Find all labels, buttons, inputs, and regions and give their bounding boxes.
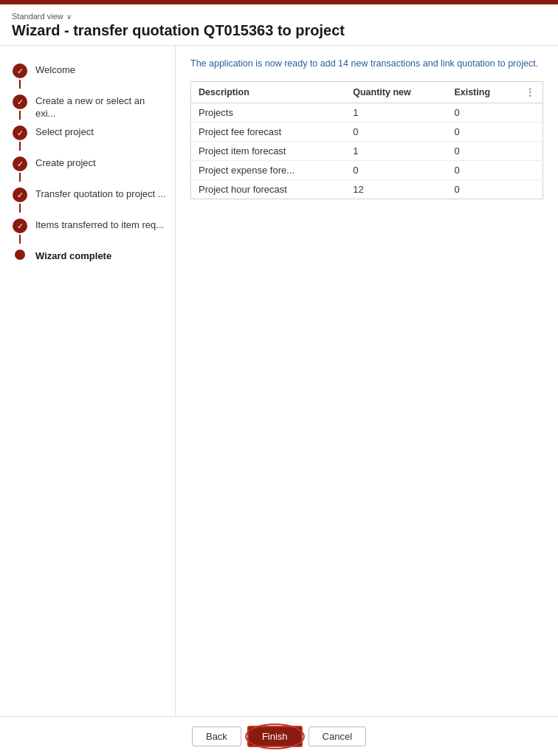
cancel-button[interactable]: Cancel [309, 726, 366, 746]
cell-existing: 0 [447, 160, 517, 179]
step-circle-items-transferred: ✓ [13, 219, 27, 233]
step-circle-transfer-quotation: ✓ [13, 188, 27, 202]
table-options-icon[interactable]: ⋮ [525, 86, 535, 98]
cell-quantity-new: 0 [345, 160, 447, 179]
step-label-create-project: Create project [28, 155, 96, 170]
col-header-existing: Existing [447, 81, 517, 103]
step-line-5 [19, 204, 21, 213]
step-line-4 [19, 173, 21, 182]
table-row: Project expense fore... 0 0 [191, 160, 543, 179]
col-header-options: ⋮ [517, 81, 543, 103]
sidebar-item-transfer-quotation[interactable]: ✓ Transfer quotation to project ... [0, 185, 175, 216]
cell-quantity-new: 0 [345, 122, 447, 141]
step-label-welcome: Welcome [28, 62, 75, 77]
transactions-table: Description Quantity new Existing ⋮ Proj… [190, 81, 543, 199]
table-row: Project fee forecast 0 0 [191, 122, 543, 141]
step-circle-create-or-select: ✓ [13, 94, 27, 109]
step-line-6 [19, 235, 21, 244]
header-section: Standard view ∨ Wizard - transfer quotat… [0, 4, 558, 46]
standard-view-button[interactable]: Standard view ∨ [12, 12, 546, 21]
step-label-wizard-complete: Wizard complete [28, 248, 111, 263]
cell-quantity-new: 1 [345, 141, 447, 160]
cell-existing: 0 [447, 103, 517, 122]
sidebar-item-items-transferred[interactable]: ✓ Items transferred to item req... [0, 216, 175, 247]
sidebar-item-create-project[interactable]: ✓ Create project [0, 154, 175, 185]
sidebar-item-welcome[interactable]: ✓ Welcome [0, 61, 175, 92]
sidebar-item-select-project[interactable]: ✓ Select project [0, 123, 175, 154]
sidebar-item-wizard-complete[interactable]: Wizard complete [0, 247, 175, 270]
table-row: Projects 1 0 [191, 103, 543, 122]
col-header-quantity-new: Quantity new [345, 81, 447, 103]
step-circle-select-project: ✓ [13, 126, 27, 140]
step-label-items-transferred: Items transferred to item req... [28, 217, 164, 232]
info-message: The application is now ready to add 14 n… [190, 58, 543, 71]
cell-options [517, 122, 543, 141]
table-header-row: Description Quantity new Existing ⋮ [191, 81, 543, 103]
cell-description: Project fee forecast [191, 122, 346, 141]
cell-quantity-new: 12 [345, 179, 447, 199]
step-label-select-project: Select project [28, 124, 94, 139]
sidebar-item-create-or-select[interactable]: ✓ Create a new or select an exi... [0, 92, 175, 123]
step-line-2 [19, 111, 21, 120]
back-button[interactable]: Back [192, 726, 241, 746]
footer-section: Back Finish Cancel [0, 716, 558, 756]
cell-quantity-new: 1 [345, 103, 447, 122]
sidebar: ✓ Welcome ✓ Create a new or select an ex… [0, 46, 176, 716]
cell-description: Project hour forecast [191, 179, 346, 199]
cell-existing: 0 [447, 179, 517, 199]
page-container: Standard view ∨ Wizard - transfer quotat… [0, 4, 558, 756]
table-row: Project item forecast 1 0 [191, 141, 543, 160]
cell-options [517, 160, 543, 179]
step-line-1 [19, 80, 21, 89]
step-label-create-or-select: Create a new or select an exi... [28, 93, 166, 120]
cell-existing: 0 [447, 141, 517, 160]
step-circle-wizard-complete [15, 250, 25, 260]
cell-options [517, 103, 543, 122]
finish-button[interactable]: Finish [247, 726, 303, 747]
step-circle-create-project: ✓ [13, 157, 27, 171]
step-circle-welcome: ✓ [13, 63, 27, 78]
cell-existing: 0 [447, 122, 517, 141]
standard-view-label: Standard view [12, 12, 63, 21]
cell-options [517, 179, 543, 199]
content-area: The application is now ready to add 14 n… [176, 46, 558, 716]
col-header-description: Description [191, 81, 346, 103]
page-title: Wizard - transfer quotation QT015363 to … [12, 22, 546, 39]
main-body: ✓ Welcome ✓ Create a new or select an ex… [0, 46, 558, 716]
cell-description: Project item forecast [191, 141, 346, 160]
table-row: Project hour forecast 12 0 [191, 179, 543, 199]
chevron-down-icon: ∨ [66, 13, 72, 21]
cell-options [517, 141, 543, 160]
cell-description: Projects [191, 103, 346, 122]
step-line-3 [19, 142, 21, 151]
cell-description: Project expense fore... [191, 160, 346, 179]
step-label-transfer-quotation: Transfer quotation to project ... [28, 186, 166, 201]
